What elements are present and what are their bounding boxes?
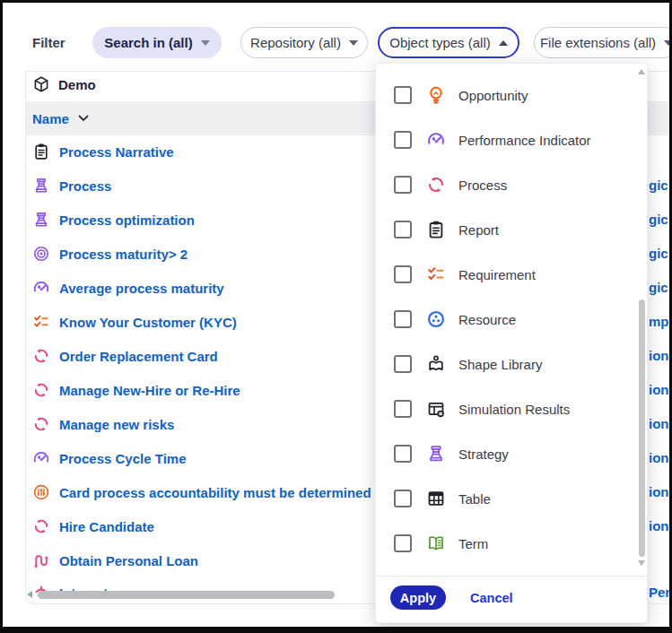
process-checkbox[interactable]	[394, 176, 412, 194]
dropdown-item-performance-indicator[interactable]: Performance Indicator	[376, 125, 647, 155]
list-item[interactable]: Process maturity> 2	[32, 244, 188, 264]
requirement-icon	[426, 264, 446, 284]
object-types-dropdown: Opportunity Performance Indicator Proces…	[375, 63, 648, 623]
resource-checkbox[interactable]	[394, 310, 412, 328]
gauge-icon	[426, 130, 446, 150]
strategy-icon	[426, 444, 446, 464]
item-link[interactable]: Process maturity> 2	[59, 247, 188, 262]
list-item[interactable]: Process Cycle Time	[32, 448, 186, 468]
dropdown-item-shape-library[interactable]: Shape Library	[376, 349, 647, 379]
group-title-demo: Demo	[32, 74, 96, 94]
table-checkbox[interactable]	[394, 490, 412, 507]
table-icon	[426, 489, 446, 508]
list-item[interactable]: Manage New-Hire or Re-Hire	[32, 380, 240, 400]
shape-library-icon	[426, 354, 446, 374]
repository-filter-pill[interactable]: Repository (all)	[240, 27, 368, 58]
item-link[interactable]: Process Narrative	[59, 144, 174, 160]
item-link[interactable]: Manage new risks	[59, 417, 174, 432]
group-title-label: Demo	[58, 77, 96, 92]
list-item[interactable]: Hire Candidate	[32, 516, 154, 536]
dropdown-item-label: Opportunity	[458, 88, 528, 103]
file-extensions-pill-label: File extensions (all)	[540, 35, 656, 50]
chevron-up-icon	[499, 40, 508, 46]
dropdown-item-process[interactable]: Process	[376, 169, 647, 200]
list-item[interactable]: Obtain Personal Loan	[32, 551, 198, 570]
gauge-icon	[32, 449, 50, 467]
dropdown-item-report[interactable]: Report	[376, 214, 647, 245]
dropdown-item-label: Shape Library	[458, 357, 542, 372]
item-link[interactable]: Know Your Customer (KYC)	[59, 315, 237, 330]
dropdown-item-label: Performance Indicator	[458, 133, 591, 148]
window-border	[0, 0, 672, 3]
accountability-icon	[32, 483, 50, 501]
vertical-scrollbar-thumb[interactable]	[639, 299, 645, 557]
resource-icon	[426, 309, 446, 329]
dropdown-item-label: Resource	[458, 312, 516, 327]
chevron-down-icon	[201, 40, 210, 46]
term-icon	[426, 533, 446, 553]
term-checkbox[interactable]	[394, 534, 412, 552]
filter-label: Filter	[32, 35, 65, 50]
search-in-filter-pill[interactable]: Search in (all)	[92, 27, 222, 58]
chevron-down-icon	[78, 115, 89, 122]
dropdown-item-label: Report	[458, 222, 499, 238]
object-types-filter-pill[interactable]: Object types (all)	[378, 27, 519, 58]
item-link[interactable]: Average process maturity	[59, 281, 224, 296]
process-icon	[32, 381, 50, 399]
item-link[interactable]: Hire Candidate	[59, 519, 154, 534]
horizontal-scrollbar-thumb[interactable]	[38, 591, 335, 599]
report-icon	[426, 220, 446, 239]
performance-indicator-checkbox[interactable]	[394, 131, 412, 149]
list-item[interactable]: Card process accountability must be dete…	[32, 482, 371, 502]
simulation-results-icon	[426, 399, 446, 419]
item-link[interactable]: Process	[59, 178, 111, 194]
dropdown-item-term[interactable]: Term	[376, 528, 647, 559]
dropdown-item-resource[interactable]: Resource	[376, 304, 647, 334]
apply-button[interactable]: Apply	[390, 585, 446, 610]
dropdown-item-opportunity[interactable]: Opportunity	[376, 80, 647, 110]
dropdown-item-label: Process	[458, 178, 507, 193]
list-item[interactable]: Process optimization	[32, 210, 195, 230]
dropdown-item-strategy[interactable]: Strategy	[376, 438, 647, 469]
dropdown-item-label: Strategy	[458, 447, 509, 462]
opportunity-checkbox[interactable]	[394, 86, 412, 104]
list-item[interactable]: Process	[32, 176, 111, 195]
strategy-icon	[32, 177, 50, 195]
list-item[interactable]: Order Replacement Card	[32, 346, 218, 366]
package-icon	[32, 75, 50, 93]
list-item[interactable]: Process Narrative	[32, 142, 174, 161]
item-link[interactable]: Manage New-Hire or Re-Hire	[59, 383, 240, 398]
shape-library-checkbox[interactable]	[394, 355, 412, 373]
repository-pill-label: Repository (all)	[250, 35, 341, 50]
scroll-left-arrow-icon[interactable]	[27, 591, 32, 598]
item-link[interactable]: Process Cycle Time	[59, 451, 186, 466]
object-types-pill-label: Object types (all)	[389, 35, 491, 50]
window-border	[0, 0, 3, 633]
name-column-header[interactable]: Name	[32, 101, 89, 135]
dropdown-footer-divider	[376, 576, 647, 577]
report-checkbox[interactable]	[394, 221, 412, 238]
process-icon	[32, 517, 50, 535]
item-link[interactable]: Card process accountability must be dete…	[59, 485, 371, 500]
file-extensions-filter-pill[interactable]: File extensions (all)	[534, 27, 672, 58]
item-link[interactable]: Order Replacement Card	[59, 349, 218, 364]
requirement-checkbox[interactable]	[394, 265, 412, 283]
strategy-icon	[32, 211, 50, 229]
list-item[interactable]: Know Your Customer (KYC)	[32, 312, 237, 332]
simulation-results-checkbox[interactable]	[394, 400, 412, 418]
dropdown-item-simulation-results[interactable]: Simulation Results	[376, 394, 647, 424]
list-item[interactable]: Average process maturity	[32, 278, 224, 298]
dropdown-item-table[interactable]: Table	[376, 483, 647, 514]
dropdown-item-requirement[interactable]: Requirement	[376, 259, 647, 290]
journey-icon	[32, 551, 50, 569]
scroll-down-arrow-icon[interactable]	[638, 560, 645, 566]
list-item[interactable]: Manage new risks	[32, 414, 174, 434]
dropdown-item-label: Requirement	[458, 267, 536, 282]
strategy-checkbox[interactable]	[394, 445, 412, 463]
scroll-up-arrow-icon[interactable]	[638, 69, 645, 74]
item-link[interactable]: Process optimization	[59, 212, 195, 228]
requirement-icon	[32, 313, 50, 331]
cancel-button[interactable]: Cancel	[465, 585, 519, 610]
item-link[interactable]: Obtain Personal Loan	[59, 553, 198, 568]
app-window: Filter Search in (all) Repository (all) …	[0, 0, 672, 633]
